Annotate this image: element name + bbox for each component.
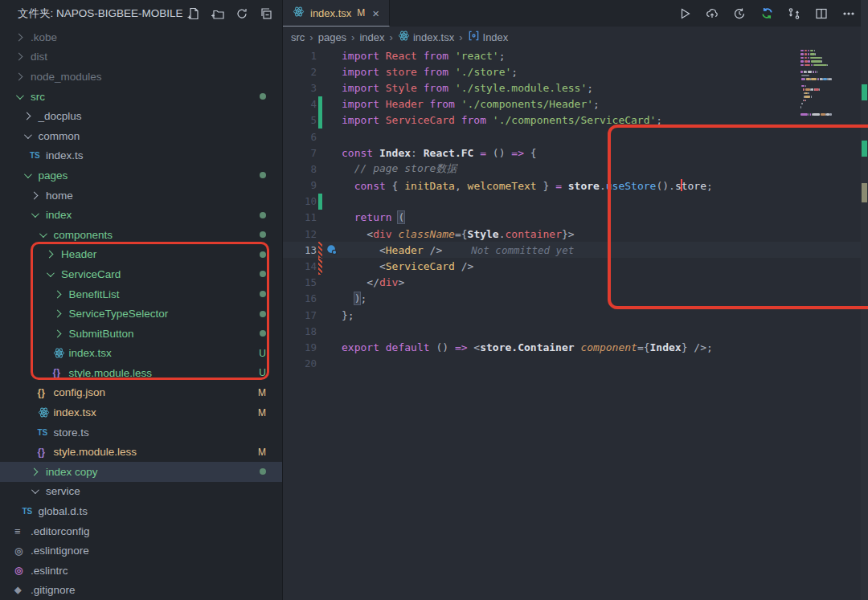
- tree-item-service[interactable]: service: [0, 482, 282, 502]
- breadcrumb-item-index[interactable]: index: [359, 31, 384, 43]
- tree-item-node-modules[interactable]: node_modules: [0, 67, 282, 87]
- minimap-line: [831, 78, 832, 80]
- tab-index-tsx[interactable]: index.tsx M ×: [283, 0, 390, 27]
- tree-item-label: global.d.ts: [39, 505, 88, 517]
- code-line-17[interactable]: 17};: [283, 307, 868, 323]
- code-line-2[interactable]: 2import store from './store';: [283, 63, 868, 80]
- breadcrumb-item-index-tsx[interactable]: index.tsx: [398, 30, 454, 44]
- code-line-16[interactable]: 16 );: [283, 291, 868, 307]
- tree-item-index-ts[interactable]: TSindex.ts: [0, 146, 282, 166]
- code-line-5[interactable]: 5import ServiceCard from './components/S…: [283, 112, 868, 129]
- modified-badge: M: [357, 7, 365, 18]
- tree-item-store-ts[interactable]: TSstore.ts: [0, 422, 282, 443]
- tree-item-kobe[interactable]: .kobe: [0, 27, 282, 47]
- minimap-line: [829, 113, 832, 115]
- breadcrumb-item-pages[interactable]: pages: [318, 31, 346, 43]
- line-number: 17: [283, 309, 317, 321]
- tree-item-index-copy[interactable]: index copy: [0, 462, 282, 482]
- chevron-down-icon: [30, 212, 46, 218]
- code-text: <div className={Style.container}>: [342, 228, 575, 240]
- tree-item-editorconfig[interactable]: ≡.editorconfig: [0, 521, 282, 541]
- git-status-badge: M: [258, 407, 266, 418]
- code-line-13[interactable]: 13 <Header />Not committed yet: [283, 242, 868, 258]
- git-gutter: [318, 275, 322, 291]
- tree-item-label: home: [46, 190, 73, 202]
- explorer-actions: [186, 6, 274, 22]
- tree-item-style-module-less[interactable]: {}style.module.lessM: [0, 442, 282, 462]
- tree-item-home[interactable]: home: [0, 186, 282, 206]
- tree-item-benefitlist[interactable]: BenefitList: [0, 284, 282, 304]
- code-line-1[interactable]: 1import React from 'react';: [283, 47, 868, 63]
- code-line-4[interactable]: 4import Header from './components/Header…: [283, 96, 868, 112]
- code-line-6[interactable]: 6: [283, 129, 868, 145]
- code-line-14[interactable]: 14 <ServiceCard />: [283, 258, 868, 274]
- git-dot-badge: [260, 91, 266, 102]
- chevron-down-icon: [38, 232, 54, 238]
- tree-item-servicetypeselector[interactable]: ServiceTypeSelector: [0, 304, 282, 324]
- tree-item-label: store.ts: [54, 427, 89, 439]
- split-editor-icon[interactable]: [813, 6, 829, 22]
- git-gutter-added-marker: [318, 96, 322, 112]
- code-line-3[interactable]: 3import Style from './style.module.less'…: [283, 80, 868, 96]
- tree-item-index-tsx[interactable]: index.tsxM: [0, 402, 282, 422]
- code-line-7[interactable]: 7const Index: React.FC = () => {: [283, 145, 868, 161]
- tree-item-index-tsx[interactable]: index.tsxU: [0, 344, 282, 364]
- more-actions-icon[interactable]: [841, 6, 857, 22]
- tree-item-pages[interactable]: pages: [0, 165, 282, 186]
- line-number: 10: [283, 195, 317, 207]
- tree-item-gitignore[interactable]: ◆.gitignore: [0, 581, 282, 600]
- minimap-line: [802, 103, 803, 104]
- new-folder-icon[interactable]: [210, 6, 226, 22]
- tree-item-common[interactable]: common: [0, 126, 282, 146]
- breadcrumb-separator: ›: [390, 31, 393, 43]
- tree-item-eslintignore[interactable]: ◎.eslintignore: [0, 541, 282, 561]
- tree-item-eslintrc[interactable]: ◎.eslintrc: [0, 561, 282, 581]
- tree-item-style-module-less[interactable]: {}style.module.lessU: [0, 363, 282, 383]
- tree-item-servicecard[interactable]: ServiceCard: [0, 264, 282, 284]
- tree-item-submitbutton[interactable]: SubmitButton: [0, 324, 282, 344]
- minimap-line: [805, 50, 807, 51]
- braces-purple-file-icon: {}: [53, 367, 69, 378]
- minimap-line: [808, 60, 810, 62]
- code-view[interactable]: 1import React from 'react';2import store…: [283, 47, 868, 372]
- git-compare-icon[interactable]: [786, 6, 802, 22]
- code-line-9[interactable]: 9 const { initData, welcomeText } = stor…: [283, 178, 868, 194]
- tree-item-index[interactable]: index: [0, 205, 282, 225]
- minimap-line: [805, 96, 810, 97]
- refresh-icon[interactable]: [234, 6, 250, 22]
- tree-item-docplus[interactable]: _docplus: [0, 106, 282, 126]
- tree-item-header[interactable]: Header: [0, 245, 282, 265]
- tree-item-dist[interactable]: dist: [0, 47, 282, 67]
- collapse-all-icon[interactable]: [258, 6, 274, 22]
- tree-item-label: pages: [39, 169, 68, 182]
- overview-ruler[interactable]: [861, 0, 868, 600]
- tree-item-global-d-ts[interactable]: TSglobal.d.ts: [0, 501, 282, 521]
- code-line-11[interactable]: 11 return (: [283, 210, 868, 226]
- chevron-right-icon: [53, 311, 69, 316]
- history-icon[interactable]: [731, 6, 747, 22]
- git-status-badge: M: [258, 447, 266, 458]
- sync-colored-icon[interactable]: [759, 6, 775, 22]
- code-line-12[interactable]: 12 <div className={Style.container}>: [283, 226, 868, 242]
- run-icon[interactable]: [677, 6, 693, 22]
- breadcrumb-item-src[interactable]: src: [291, 31, 305, 43]
- code-line-20[interactable]: 20: [283, 356, 868, 372]
- breadcrumb-item-index[interactable]: Index: [468, 30, 509, 44]
- tree-item-config-json[interactable]: {}config.jsonM: [0, 383, 282, 403]
- tree-item-label: index copy: [46, 466, 98, 478]
- chevron-down-icon: [23, 173, 39, 178]
- chevron-right-icon: [14, 74, 31, 80]
- code-line-18[interactable]: 18: [283, 323, 868, 339]
- code-line-10[interactable]: 10: [283, 194, 868, 210]
- code-line-15[interactable]: 15 </div>: [283, 275, 868, 291]
- minimap[interactable]: [800, 50, 854, 146]
- cloud-upload-icon[interactable]: [704, 6, 720, 22]
- close-icon[interactable]: ×: [372, 6, 379, 20]
- code-line-19[interactable]: 19export default () => <store.Container …: [283, 339, 868, 355]
- tree-item-components[interactable]: components: [0, 225, 282, 245]
- git-dot-badge: [260, 308, 266, 320]
- new-file-icon[interactable]: [186, 6, 202, 22]
- code-line-8[interactable]: 8 // page store数据: [283, 161, 868, 177]
- tree-item-label: .eslintrc: [31, 565, 68, 577]
- tree-item-src[interactable]: src: [0, 87, 282, 107]
